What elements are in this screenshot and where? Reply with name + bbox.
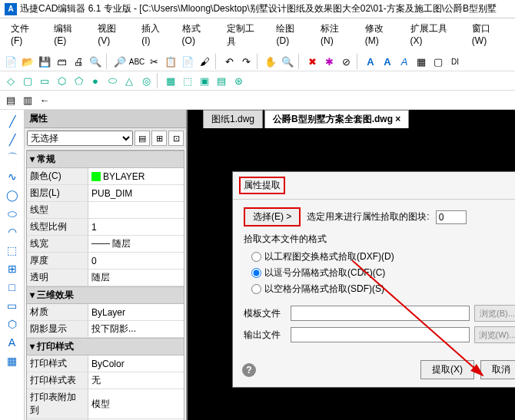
prop-value[interactable]: 1 — [88, 219, 184, 235]
cone-icon[interactable]: △ — [121, 73, 137, 88]
radio-input[interactable] — [251, 252, 261, 262]
redo-icon[interactable]: ↷ — [238, 54, 254, 69]
layer-icon[interactable]: ▦ — [414, 54, 429, 69]
box-icon[interactable]: ▢ — [20, 73, 35, 88]
erase-icon[interactable]: ✖ — [304, 54, 320, 69]
tab-inactive[interactable]: 图纸1.dwg — [203, 110, 263, 128]
prop-row[interactable]: 打印表附加到模型 — [27, 389, 184, 419]
prop-value[interactable]: 投下阴影... — [88, 321, 184, 337]
hexagon-icon[interactable]: ⬡ — [4, 316, 21, 332]
hatch-icon[interactable]: ▦ — [4, 352, 21, 369]
prop-row[interactable]: 线型 — [27, 202, 184, 219]
block-icon[interactable]: ▢ — [430, 54, 446, 69]
format-radio[interactable]: 以空格分隔格式拾取(SDF)(S) — [244, 281, 515, 297]
menu-dimension[interactable]: 标注(N) — [314, 20, 357, 51]
region-icon[interactable]: ▣ — [197, 73, 212, 88]
prop-value[interactable]: —— 随层 — [88, 236, 184, 252]
paste-icon[interactable]: 📄 — [180, 54, 195, 69]
menu-insert[interactable]: 插入(I) — [135, 20, 174, 51]
extract-button[interactable]: 提取(X) — [420, 360, 474, 379]
selection-dropdown[interactable]: 无选择 — [27, 131, 133, 146]
prop-row[interactable]: 材质ByLayer — [27, 304, 184, 321]
open-icon[interactable]: 📂 — [20, 54, 35, 69]
preview-icon[interactable]: 🔍 — [88, 54, 103, 69]
xline-icon[interactable]: ╱ — [4, 131, 21, 148]
tab-active[interactable]: 公爵B型别墅方案全套图.dwg × — [264, 110, 409, 128]
prop-value[interactable]: ByLayer — [88, 304, 184, 320]
cancel-button[interactable]: 取消 — [480, 360, 515, 379]
cylinder-icon[interactable]: ⬭ — [105, 73, 120, 88]
select-button[interactable]: 选择(E) > — [244, 207, 301, 227]
menu-custom-tools[interactable]: 定制工具 — [221, 20, 269, 51]
text-a2-icon[interactable]: A — [380, 54, 395, 69]
browse-output-button[interactable]: 浏览(W)... — [474, 326, 515, 343]
radio-input[interactable] — [251, 268, 261, 278]
prop-row[interactable]: 透明随层 — [27, 270, 184, 286]
text-icon[interactable]: A — [4, 334, 21, 351]
circle-icon[interactable]: ◯ — [4, 187, 21, 203]
cut-icon[interactable]: ✂ — [146, 54, 161, 69]
layer-prev-icon[interactable]: ← — [37, 92, 52, 107]
prop-value[interactable]: 模型 — [88, 389, 184, 418]
prop-group-header[interactable]: ▾ 打印样式 — [27, 338, 184, 356]
prop-value[interactable]: ByColor — [88, 356, 184, 372]
quick-select-icon[interactable]: ▤ — [135, 131, 150, 146]
diamond-icon[interactable]: ◇ — [3, 73, 18, 88]
canvas[interactable]: 图纸1.dwg 公爵B型别墅方案全套图.dwg × 属性提取 ✕ 选择(E) >… — [188, 110, 515, 420]
prop-row[interactable]: 打印样式ByColor — [27, 356, 184, 372]
line-icon[interactable]: ╱ — [4, 113, 21, 130]
undo-icon[interactable]: ↶ — [221, 54, 237, 69]
layer-state-icon[interactable]: ▥ — [20, 92, 35, 107]
menu-ext-tools[interactable]: 扩展工具(X) — [404, 20, 464, 51]
pentagon-icon[interactable]: ⬠ — [71, 73, 86, 88]
section-icon[interactable]: ▤ — [214, 73, 229, 88]
format-paint-icon[interactable]: 🖌 — [197, 54, 212, 69]
hex-icon[interactable]: ⬡ — [54, 73, 69, 88]
save-icon[interactable]: 💾 — [37, 54, 52, 69]
copy-icon[interactable]: 📋 — [163, 54, 178, 69]
format-radio[interactable]: 以逗号分隔格式拾取(CDF)(C) — [244, 265, 515, 281]
rect3d-icon[interactable]: ▭ — [4, 297, 21, 314]
dim-text[interactable]: DI — [447, 54, 463, 69]
sphere-icon[interactable]: ● — [88, 73, 103, 88]
browse-template-button[interactable]: 浏览(B)... — [474, 305, 515, 322]
clear-icon[interactable]: ⊘ — [338, 54, 354, 69]
polyline-icon[interactable]: ⬚ — [4, 242, 21, 259]
prop-row[interactable]: 厚度0 — [27, 253, 184, 270]
spline-icon[interactable]: ∿ — [4, 168, 21, 185]
template-input[interactable] — [291, 306, 470, 321]
prop-group-header[interactable]: ▾ 常规 — [27, 150, 184, 168]
select-icon[interactable]: ✱ — [321, 54, 337, 69]
rectangle-icon[interactable]: □ — [4, 279, 21, 296]
ellipse-arc-icon[interactable]: ◠ — [4, 223, 21, 240]
polygon-icon[interactable]: ⊞ — [4, 260, 21, 277]
prop-value[interactable]: 随层 — [88, 270, 184, 286]
menu-view[interactable]: 视图(V) — [91, 20, 134, 51]
help-icon[interactable]: ? — [242, 363, 256, 377]
grid-icon[interactable]: ▦ — [163, 73, 178, 88]
prop-row[interactable]: 图层(L)PUB_DIM — [27, 185, 184, 202]
pan-icon[interactable]: ✋ — [263, 54, 278, 69]
radio-input[interactable] — [251, 284, 261, 294]
arc-icon[interactable]: ⌒ — [4, 150, 21, 167]
prop-value[interactable]: 0 — [88, 253, 184, 269]
menu-file[interactable]: 文件(F) — [5, 20, 46, 51]
text-ai-icon[interactable]: A — [397, 54, 412, 69]
prop-value[interactable] — [88, 202, 184, 218]
layer-mgr-icon[interactable]: ▤ — [3, 92, 18, 107]
toggle-icon[interactable]: ⊡ — [168, 131, 184, 146]
spell-icon[interactable]: ABC — [129, 54, 145, 69]
saveall-icon[interactable]: 🗃 — [54, 54, 69, 69]
menu-modify[interactable]: 修改(M) — [359, 20, 403, 51]
print-icon[interactable]: 🖨 — [71, 54, 86, 69]
menu-window[interactable]: 窗口(W) — [466, 20, 510, 51]
prop-row[interactable]: 阴影显示投下阴影... — [27, 321, 184, 338]
prop-value[interactable]: BYLAYER — [88, 168, 184, 184]
prop-row[interactable]: 打印样式表无 — [27, 372, 184, 389]
prop-row[interactable]: 颜色(C)BYLAYER — [27, 168, 184, 185]
output-input[interactable] — [291, 327, 470, 342]
prop-row[interactable]: 线型比例1 — [27, 219, 184, 236]
rect-icon[interactable]: ▭ — [37, 73, 52, 88]
new-icon[interactable]: 📄 — [3, 54, 18, 69]
block-count-input[interactable] — [436, 210, 467, 224]
